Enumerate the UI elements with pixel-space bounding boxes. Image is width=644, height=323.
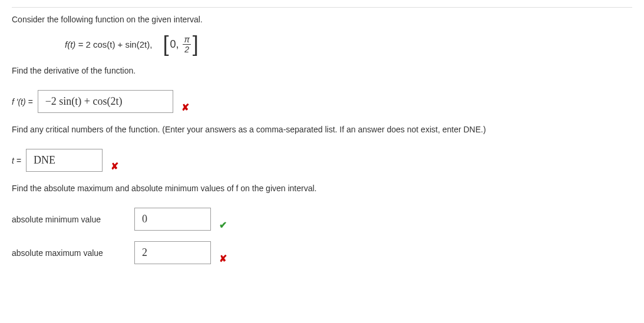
derivative-answer-row: f ′(t) = −2 sin(t) + cos(2t) ✘ [12, 90, 632, 113]
top-divider [12, 7, 632, 8]
critical-answer-value: DNE [34, 154, 55, 167]
extrema-section: Find the absolute maximum and absolute m… [12, 182, 632, 264]
derivative-label: f ′(t) = [12, 97, 33, 106]
function-definition: f(t) = 2 cos(t) + sin(2t), [ 0, π 2 ] [65, 35, 632, 54]
interval: [ 0, π 2 ] [163, 35, 198, 54]
min-answer-row: absolute minimum value 0 ✔ [12, 208, 632, 231]
derivative-answer-input[interactable]: −2 sin(t) + cos(2t) [38, 90, 173, 113]
interval-denominator: 2 [183, 44, 191, 54]
max-answer-row: absolute maximum value 2 ✘ [12, 241, 632, 264]
critical-answer-row: t = DNE ✘ [12, 149, 632, 172]
wrong-icon: ✘ [181, 102, 189, 113]
wrong-icon: ✘ [111, 161, 118, 172]
critical-answer-input[interactable]: DNE [26, 149, 103, 172]
critical-section: Find any critical numbers of the functio… [12, 124, 632, 172]
interval-numerator: π [182, 35, 191, 44]
max-answer-value: 2 [142, 247, 147, 259]
left-bracket-icon: [ [163, 36, 169, 53]
derivative-answer-value: −2 sin(t) + cos(2t) [45, 95, 123, 108]
critical-prompt: Find any critical numbers of the functio… [12, 124, 632, 136]
min-answer-input[interactable]: 0 [134, 208, 211, 231]
critical-label: t = [12, 156, 21, 165]
max-answer-input[interactable]: 2 [134, 241, 211, 264]
derivative-section: Find the derivative of the function. f ′… [12, 65, 632, 113]
min-label: absolute minimum value [12, 215, 130, 224]
correct-icon: ✔ [219, 219, 227, 231]
interval-zero: 0, [170, 38, 179, 51]
interval-fraction: π 2 [182, 35, 191, 54]
function-rhs: 2 cos(t) + sin(2t), [85, 39, 152, 49]
derivative-prompt: Find the derivative of the function. [12, 65, 632, 77]
wrong-icon: ✘ [219, 253, 227, 264]
right-bracket-icon: ] [193, 36, 199, 53]
function-expression: f(t) = 2 cos(t) + sin(2t), [65, 39, 152, 49]
intro-prompt: Consider the following function on the g… [12, 14, 632, 26]
extrema-prompt: Find the absolute maximum and absolute m… [12, 182, 632, 195]
intro-section: Consider the following function on the g… [12, 14, 632, 54]
min-answer-value: 0 [142, 213, 147, 225]
function-lhs: f(t) = [65, 39, 85, 49]
max-label: absolute maximum value [12, 248, 130, 258]
